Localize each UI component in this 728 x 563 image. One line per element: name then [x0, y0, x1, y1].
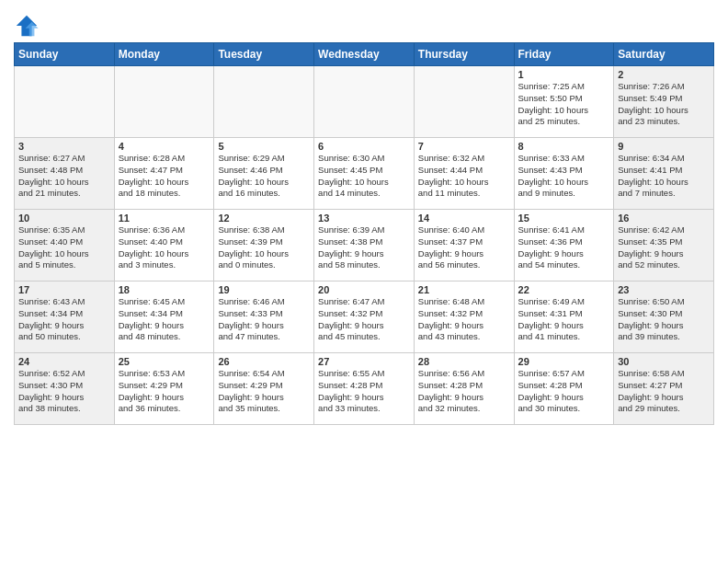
calendar-cell: 17Sunrise: 6:43 AM Sunset: 4:34 PM Dayli… [15, 282, 115, 353]
day-number: 1 [518, 69, 610, 80]
day-info: Sunrise: 6:45 AM Sunset: 4:34 PM Dayligh… [119, 296, 210, 343]
day-info: Sunrise: 7:25 AM Sunset: 5:50 PM Dayligh… [518, 81, 610, 128]
calendar-cell: 9Sunrise: 6:34 AM Sunset: 4:41 PM Daylig… [614, 138, 714, 210]
calendar-cell: 29Sunrise: 6:57 AM Sunset: 4:28 PM Dayli… [514, 353, 614, 425]
calendar-cell: 4Sunrise: 6:28 AM Sunset: 4:47 PM Daylig… [114, 138, 214, 210]
calendar-cell: 5Sunrise: 6:29 AM Sunset: 4:46 PM Daylig… [214, 138, 314, 210]
calendar-cell: 16Sunrise: 6:42 AM Sunset: 4:35 PM Dayli… [614, 210, 714, 282]
day-number: 21 [418, 284, 510, 295]
day-number: 27 [318, 356, 410, 367]
calendar-header-wednesday: Wednesday [314, 43, 415, 66]
day-info: Sunrise: 6:33 AM Sunset: 4:43 PM Dayligh… [518, 153, 610, 200]
calendar-cell: 20Sunrise: 6:47 AM Sunset: 4:32 PM Dayli… [314, 282, 415, 353]
header [14, 9, 714, 39]
day-info: Sunrise: 6:48 AM Sunset: 4:32 PM Dayligh… [418, 296, 510, 343]
day-number: 17 [18, 284, 110, 295]
logo-icon [14, 13, 40, 39]
day-number: 3 [18, 141, 110, 152]
day-info: Sunrise: 6:35 AM Sunset: 4:40 PM Dayligh… [18, 224, 110, 271]
day-number: 8 [518, 141, 610, 152]
day-number: 5 [218, 141, 310, 152]
calendar-cell: 6Sunrise: 6:30 AM Sunset: 4:45 PM Daylig… [314, 138, 415, 210]
calendar-header-friday: Friday [514, 43, 614, 66]
day-info: Sunrise: 6:32 AM Sunset: 4:44 PM Dayligh… [418, 153, 510, 200]
calendar-header-row: SundayMondayTuesdayWednesdayThursdayFrid… [15, 43, 714, 66]
calendar-cell: 28Sunrise: 6:56 AM Sunset: 4:28 PM Dayli… [414, 353, 514, 425]
calendar-cell [15, 66, 115, 138]
day-info: Sunrise: 6:34 AM Sunset: 4:41 PM Dayligh… [618, 153, 710, 200]
day-info: Sunrise: 6:55 AM Sunset: 4:28 PM Dayligh… [318, 368, 410, 415]
calendar-cell [114, 66, 214, 138]
calendar-cell: 10Sunrise: 6:35 AM Sunset: 4:40 PM Dayli… [15, 210, 115, 282]
day-info: Sunrise: 6:40 AM Sunset: 4:37 PM Dayligh… [418, 224, 510, 271]
day-number: 29 [518, 356, 610, 367]
calendar-cell: 22Sunrise: 6:49 AM Sunset: 4:31 PM Dayli… [514, 282, 614, 353]
day-info: Sunrise: 6:27 AM Sunset: 4:48 PM Dayligh… [18, 153, 110, 200]
day-info: Sunrise: 6:47 AM Sunset: 4:32 PM Dayligh… [318, 296, 410, 343]
day-number: 19 [218, 284, 310, 295]
day-number: 22 [518, 284, 610, 295]
day-info: Sunrise: 6:42 AM Sunset: 4:35 PM Dayligh… [618, 224, 710, 271]
day-info: Sunrise: 6:56 AM Sunset: 4:28 PM Dayligh… [418, 368, 510, 415]
calendar-header-monday: Monday [114, 43, 214, 66]
day-info: Sunrise: 6:49 AM Sunset: 4:31 PM Dayligh… [518, 296, 610, 343]
calendar-cell: 21Sunrise: 6:48 AM Sunset: 4:32 PM Dayli… [414, 282, 514, 353]
logo [14, 13, 43, 39]
day-info: Sunrise: 6:46 AM Sunset: 4:33 PM Dayligh… [218, 296, 310, 343]
calendar-header-thursday: Thursday [414, 43, 514, 66]
day-number: 16 [618, 213, 710, 224]
day-info: Sunrise: 6:57 AM Sunset: 4:28 PM Dayligh… [518, 368, 610, 415]
calendar-cell: 11Sunrise: 6:36 AM Sunset: 4:40 PM Dayli… [114, 210, 214, 282]
day-number: 26 [218, 356, 310, 367]
calendar-cell: 12Sunrise: 6:38 AM Sunset: 4:39 PM Dayli… [214, 210, 314, 282]
day-info: Sunrise: 6:38 AM Sunset: 4:39 PM Dayligh… [218, 224, 310, 271]
day-number: 9 [618, 141, 710, 152]
day-number: 14 [418, 213, 510, 224]
calendar-cell [414, 66, 514, 138]
day-number: 7 [418, 141, 510, 152]
day-number: 23 [618, 284, 710, 295]
day-number: 30 [618, 356, 710, 367]
day-info: Sunrise: 6:50 AM Sunset: 4:30 PM Dayligh… [618, 296, 710, 343]
calendar-cell: 7Sunrise: 6:32 AM Sunset: 4:44 PM Daylig… [414, 138, 514, 210]
calendar-cell: 30Sunrise: 6:58 AM Sunset: 4:27 PM Dayli… [614, 353, 714, 425]
day-info: Sunrise: 6:29 AM Sunset: 4:46 PM Dayligh… [218, 153, 310, 200]
calendar-header-sunday: Sunday [15, 43, 115, 66]
calendar-week-3: 17Sunrise: 6:43 AM Sunset: 4:34 PM Dayli… [15, 282, 714, 353]
calendar-cell: 15Sunrise: 6:41 AM Sunset: 4:36 PM Dayli… [514, 210, 614, 282]
day-number: 25 [119, 356, 210, 367]
calendar-cell: 26Sunrise: 6:54 AM Sunset: 4:29 PM Dayli… [214, 353, 314, 425]
calendar-header-tuesday: Tuesday [214, 43, 314, 66]
calendar-cell: 27Sunrise: 6:55 AM Sunset: 4:28 PM Dayli… [314, 353, 415, 425]
calendar-cell: 3Sunrise: 6:27 AM Sunset: 4:48 PM Daylig… [15, 138, 115, 210]
calendar-cell: 23Sunrise: 6:50 AM Sunset: 4:30 PM Dayli… [614, 282, 714, 353]
calendar-week-0: 1Sunrise: 7:25 AM Sunset: 5:50 PM Daylig… [15, 66, 714, 138]
day-info: Sunrise: 6:39 AM Sunset: 4:38 PM Dayligh… [318, 224, 410, 271]
calendar-cell: 19Sunrise: 6:46 AM Sunset: 4:33 PM Dayli… [214, 282, 314, 353]
day-number: 18 [119, 284, 210, 295]
calendar-cell: 8Sunrise: 6:33 AM Sunset: 4:43 PM Daylig… [514, 138, 614, 210]
day-info: Sunrise: 6:43 AM Sunset: 4:34 PM Dayligh… [18, 296, 110, 343]
day-number: 15 [518, 213, 610, 224]
calendar-cell: 25Sunrise: 6:53 AM Sunset: 4:29 PM Dayli… [114, 353, 214, 425]
day-number: 13 [318, 213, 410, 224]
calendar-cell: 14Sunrise: 6:40 AM Sunset: 4:37 PM Dayli… [414, 210, 514, 282]
calendar-header-saturday: Saturday [614, 43, 714, 66]
main-container: SundayMondayTuesdayWednesdayThursdayFrid… [0, 0, 728, 430]
day-number: 4 [119, 141, 210, 152]
day-info: Sunrise: 6:30 AM Sunset: 4:45 PM Dayligh… [318, 153, 410, 200]
calendar-cell [314, 66, 415, 138]
calendar-cell [214, 66, 314, 138]
day-number: 20 [318, 284, 410, 295]
calendar-week-4: 24Sunrise: 6:52 AM Sunset: 4:30 PM Dayli… [15, 353, 714, 425]
day-number: 12 [218, 213, 310, 224]
day-info: Sunrise: 6:41 AM Sunset: 4:36 PM Dayligh… [518, 224, 610, 271]
day-info: Sunrise: 6:54 AM Sunset: 4:29 PM Dayligh… [218, 368, 310, 415]
day-number: 24 [18, 356, 110, 367]
calendar-cell: 18Sunrise: 6:45 AM Sunset: 4:34 PM Dayli… [114, 282, 214, 353]
calendar-cell: 1Sunrise: 7:25 AM Sunset: 5:50 PM Daylig… [514, 66, 614, 138]
day-info: Sunrise: 6:53 AM Sunset: 4:29 PM Dayligh… [119, 368, 210, 415]
day-number: 2 [618, 69, 710, 80]
day-number: 10 [18, 213, 110, 224]
calendar-week-1: 3Sunrise: 6:27 AM Sunset: 4:48 PM Daylig… [15, 138, 714, 210]
